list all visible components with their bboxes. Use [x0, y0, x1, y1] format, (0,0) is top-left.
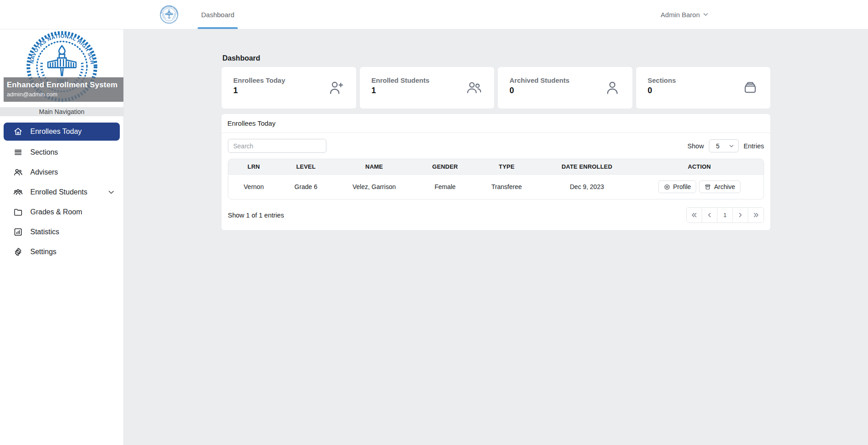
- bar-chart-icon: [13, 227, 23, 237]
- cell-date-enrolled: Dec 9, 2023: [539, 175, 635, 199]
- profile-button[interactable]: Profile: [658, 180, 697, 193]
- chevron-down-icon: [729, 143, 734, 149]
- navbar-tabs: Dashboard: [198, 0, 237, 29]
- chevron-down-icon[interactable]: [107, 188, 115, 196]
- page-number-button[interactable]: 1: [717, 208, 733, 222]
- show-label: Show: [688, 142, 704, 150]
- sidebar-item-label: Statistics: [30, 228, 59, 236]
- main-content: Dashboard Enrollees Today 1 Enrolled Stu…: [124, 29, 868, 445]
- sidebar-item-grades-room[interactable]: Grades & Room: [0, 202, 123, 222]
- sidebar-item-label: Enrollees Today: [30, 128, 82, 136]
- search-input[interactable]: [228, 139, 326, 153]
- chevron-down-icon: [703, 11, 709, 18]
- entries-summary: Show 1 of 1 entries: [228, 212, 284, 219]
- column-header-date-enrolled: DATE ENROLLED: [539, 159, 635, 175]
- sidebar-item-label: Settings: [30, 248, 57, 256]
- sidebar-item-statistics[interactable]: Statistics: [0, 222, 123, 242]
- gear-icon: [13, 247, 23, 257]
- cell-level: Grade 6: [279, 175, 332, 199]
- sidebar-item-label: Sections: [30, 148, 58, 156]
- next-page-icon: [736, 211, 744, 219]
- sidebar-item-sections[interactable]: Sections: [0, 142, 123, 162]
- stat-card-sections: Sections 0: [636, 67, 771, 109]
- brand-overlay: Enhanced Enrollment System admin@admin.c…: [4, 77, 123, 102]
- nav-section-label: Main Navigation: [0, 107, 123, 116]
- list-icon: [13, 147, 23, 157]
- school-seal-icon: [160, 5, 179, 24]
- home-icon: [13, 127, 23, 137]
- panel-title: Enrollees Today: [222, 114, 770, 133]
- table-controls: Show 5 Entries: [228, 139, 764, 153]
- archive-button[interactable]: Archive: [699, 180, 741, 193]
- column-header-name: NAME: [333, 159, 416, 175]
- people-icon: [466, 80, 482, 96]
- sidebar-menu: Enrollees Today Sections Advisers Enroll…: [0, 116, 123, 262]
- table-footer: Show 1 of 1 entries 1: [228, 207, 764, 223]
- people-group-icon: [13, 187, 23, 197]
- sidebar-item-label: Advisers: [30, 168, 58, 176]
- people-icon: [13, 167, 23, 177]
- page-size-select[interactable]: 5: [709, 139, 739, 152]
- column-header-type: TYPE: [475, 159, 539, 175]
- sidebar-item-label: Enrolled Students: [30, 188, 87, 196]
- sidebar-brand: Enhanced Enrollment System admin@admin.c…: [0, 29, 123, 104]
- stat-card-archived-students: Archived Students 0: [498, 67, 632, 109]
- folder-icon: [13, 207, 23, 217]
- first-page-button[interactable]: [687, 208, 702, 222]
- eye-icon: [664, 184, 670, 190]
- user-menu-label: Admin Baron: [660, 11, 700, 19]
- prev-page-button[interactable]: [702, 208, 717, 222]
- last-page-icon: [752, 211, 760, 219]
- archive-icon: [704, 184, 711, 190]
- cell-name: Velez, Garrison: [333, 175, 416, 199]
- table-header-row: LRN LEVEL NAME GENDER TYPE DATE ENROLLED…: [228, 159, 764, 175]
- prev-page-icon: [706, 211, 713, 219]
- column-header-lrn: LRN: [228, 159, 279, 175]
- person-plus-icon: [328, 80, 344, 96]
- enrollees-panel: Enrollees Today Show 5 Entries: [222, 114, 770, 230]
- archive-box-icon: [742, 80, 759, 96]
- first-page-icon: [690, 211, 698, 219]
- user-menu[interactable]: Admin Baron: [660, 11, 709, 19]
- sidebar: Enhanced Enrollment System admin@admin.c…: [0, 29, 124, 445]
- page-size-value: 5: [716, 142, 720, 150]
- table-row: Vernon Grade 6 Velez, Garrison Female Tr…: [228, 175, 764, 199]
- column-header-gender: GENDER: [415, 159, 474, 175]
- pagination: 1: [686, 207, 764, 223]
- sidebar-item-label: Grades & Room: [30, 208, 82, 216]
- page-title: Dashboard: [222, 54, 770, 62]
- last-page-button[interactable]: [748, 208, 764, 222]
- cell-type: Transferee: [475, 175, 539, 199]
- sidebar-item-enrollees-today[interactable]: Enrollees Today: [4, 123, 120, 141]
- stat-card-enrollees-today: Enrollees Today 1: [222, 67, 356, 109]
- user-email: admin@admin.com: [7, 91, 120, 98]
- app-title: Enhanced Enrollment System: [7, 80, 120, 90]
- top-navbar: Dashboard Admin Baron: [0, 0, 868, 29]
- sidebar-item-advisers[interactable]: Advisers: [0, 162, 123, 182]
- sidebar-item-enrolled-students[interactable]: Enrolled Students: [0, 182, 123, 202]
- enrollees-table: LRN LEVEL NAME GENDER TYPE DATE ENROLLED…: [228, 159, 764, 199]
- next-page-button[interactable]: [733, 208, 748, 222]
- stat-cards: Enrollees Today 1 Enrolled Students 1: [222, 67, 770, 109]
- stat-card-enrolled-students: Enrolled Students 1: [360, 67, 495, 109]
- column-header-action: ACTION: [635, 159, 764, 175]
- person-icon: [604, 80, 621, 96]
- sidebar-item-settings[interactable]: Settings: [0, 242, 123, 262]
- entries-label: Entries: [744, 142, 764, 150]
- cell-gender: Female: [415, 175, 474, 199]
- cell-lrn: Vernon: [228, 175, 279, 199]
- column-header-level: LEVEL: [279, 159, 332, 175]
- tab-dashboard[interactable]: Dashboard: [198, 0, 237, 29]
